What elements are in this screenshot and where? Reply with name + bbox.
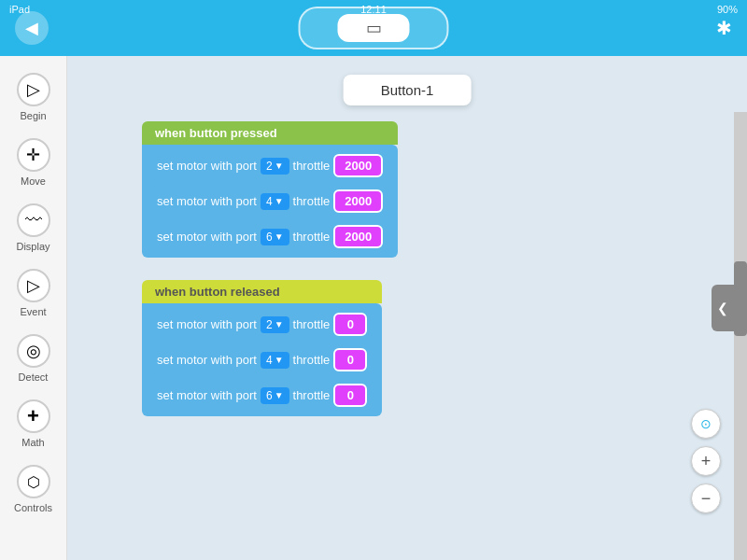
zoom-out-icon: − [701,489,712,509]
block-row: set motor with port 2 ▼ throttle 2000 [149,150,390,181]
port-badge-3[interactable]: 6 ▼ [261,229,289,245]
sidebar-label-display: Display [16,241,49,252]
math-icon: + [17,399,50,433]
block-row: set motor with port 4 ▼ throttle 0 [149,344,374,375]
sidebar-item-event[interactable]: ▷ Event [2,261,65,325]
sidebar-item-detect[interactable]: ◎ Detect [2,327,65,390]
zoom-out-button[interactable]: − [691,483,721,513]
sidebar-label-math: Math [21,437,44,448]
nav-dots-icon: ⊙ [700,416,712,431]
top-bar-right: ✱ [716,17,732,39]
scrollbar-thumb[interactable] [734,261,747,336]
zoom-in-icon: + [701,452,712,471]
block-group-released: when button released set motor with port… [142,280,382,416]
scrollbar-track[interactable] [734,112,747,560]
throttle-val-r3[interactable]: 0 [333,384,367,407]
begin-icon: ▷ [17,73,50,106]
group2-body: set motor with port 2 ▼ throttle 0 set m… [142,303,382,416]
bluetooth-icon[interactable]: ✱ [716,17,732,39]
group2-header: when button released [142,280,382,303]
right-controls: ⊙ + − [691,409,721,513]
button-label-box: Button-1 [344,75,472,105]
status-time: 12:11 [360,4,387,15]
controls-icon: ⬡ [17,465,50,498]
event-icon: ▷ [17,269,50,302]
port-badge-r1[interactable]: 2 ▼ [261,316,289,333]
sidebar: ▷ Begin ✛ Move 〰 Display ▷ Event ◎ Detec… [0,56,67,560]
throttle-val-2[interactable]: 2000 [333,189,383,213]
block-group-pressed: when button pressed set motor with port … [142,121,398,258]
move-icon: ✛ [17,138,50,172]
sidebar-label-detect: Detect [19,371,49,383]
port-badge-2[interactable]: 4 ▼ [261,193,289,210]
sidebar-item-display[interactable]: 〰 Display [2,196,65,259]
port-badge-1[interactable]: 2 ▼ [261,158,289,175]
block-row: set motor with port 2 ▼ throttle 0 [149,309,374,340]
sidebar-label-controls: Controls [14,502,52,513]
port-badge-r3[interactable]: 6 ▼ [261,387,289,404]
tab-icon: ▭ [366,18,382,38]
port-badge-r2[interactable]: 4 ▼ [261,352,289,369]
throttle-val-1[interactable]: 2000 [333,154,383,177]
zoom-in-button[interactable]: + [691,446,721,476]
block-row: set motor with port 4 ▼ throttle 2000 [149,186,390,217]
sidebar-item-move[interactable]: ✛ Move [2,131,65,194]
collapse-button[interactable]: ❮ [712,285,734,331]
detect-icon: ◎ [17,334,50,368]
sidebar-label-move: Move [21,175,46,187]
block-row: set motor with port 6 ▼ throttle 2000 [149,221,390,252]
display-icon: 〰 [17,203,50,237]
sidebar-item-math[interactable]: + Math [2,392,65,455]
throttle-val-3[interactable]: 2000 [333,225,383,248]
throttle-val-r2[interactable]: 0 [333,348,367,371]
sidebar-item-begin[interactable]: ▷ Begin [2,65,65,129]
main-canvas: Button-1 when button pressed set motor w… [67,56,747,560]
battery-label: 90% [717,4,738,15]
block-row: set motor with port 6 ▼ throttle 0 [149,380,374,411]
nav-dots-button[interactable]: ⊙ [691,409,721,439]
throttle-val-r1[interactable]: 0 [333,313,367,336]
status-bar: iPad 12:11 90% [0,0,747,19]
sidebar-label-begin: Begin [20,110,46,121]
carrier-label: iPad [9,4,30,15]
group1-header: when button pressed [142,121,398,145]
button-label: Button-1 [381,82,434,98]
back-icon: ◀ [25,18,38,38]
sidebar-item-controls[interactable]: ⬡ Controls [2,457,65,521]
collapse-icon: ❮ [717,301,728,315]
sidebar-label-event: Event [20,306,46,317]
group1-body: set motor with port 2 ▼ throttle 2000 se… [142,145,398,258]
